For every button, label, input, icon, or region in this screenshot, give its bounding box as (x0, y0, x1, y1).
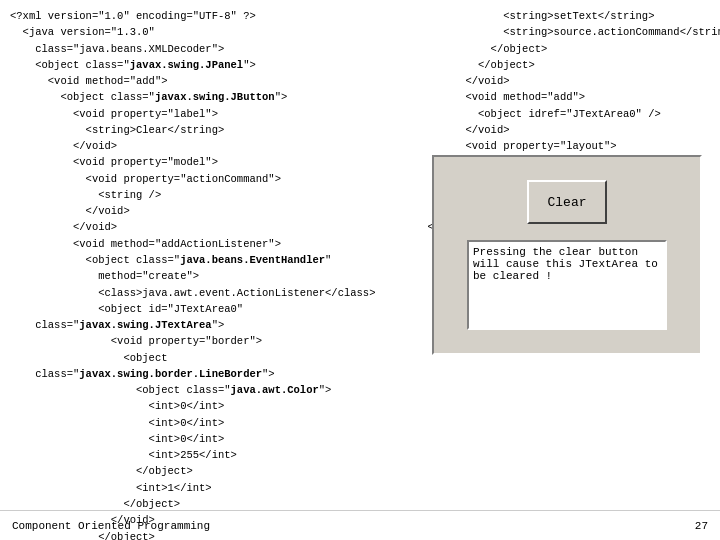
code-line: <string>source.actionCommand</string> (415, 24, 710, 40)
code-line: <void method="add"> (10, 73, 395, 89)
code-line: <object class="javax.swing.JPanel"> (10, 57, 395, 73)
code-line: <void property="layout"> (415, 138, 710, 154)
code-line: </object> (10, 463, 395, 479)
code-line: class="java.beans.XMLDecoder"> (10, 41, 395, 57)
demo-area: Clear Pressing the clear button will cau… (432, 155, 702, 355)
code-line: <void method="add"> (415, 89, 710, 105)
code-line: method="create"> (10, 268, 395, 284)
code-line: <void property="border"> (10, 333, 395, 349)
footer-page-number: 27 (695, 520, 708, 532)
footer: Component Oriented Programming 27 (0, 510, 720, 540)
code-line: </void> (10, 203, 395, 219)
code-line: <object idref="JTextArea0" /> (415, 106, 710, 122)
code-line: <int>0</int> (10, 398, 395, 414)
code-line: <object (10, 350, 395, 366)
code-line: </void> (415, 122, 710, 138)
code-line: class="javax.swing.border.LineBorder"> (10, 366, 395, 382)
code-line: <object class="javax.swing.JButton"> (10, 89, 395, 105)
code-line: <object class="java.beans.EventHandler" (10, 252, 395, 268)
code-line: <java version="1.3.0" (10, 24, 395, 40)
code-line: <void property="label"> (10, 106, 395, 122)
code-line: </void> (10, 138, 395, 154)
code-line: <object id="JTextArea0" (10, 301, 395, 317)
code-line: </object> (415, 57, 710, 73)
code-line: </void> (10, 219, 395, 235)
code-line: <string>setText</string> (415, 8, 710, 24)
code-line: <void property="model"> (10, 154, 395, 170)
code-line: <?xml version="1.0" encoding="UTF-8" ?> (10, 8, 395, 24)
code-line: <string>Clear</string> (10, 122, 395, 138)
left-code-panel: <?xml version="1.0" encoding="UTF-8" ?> … (0, 0, 405, 510)
code-line: <int>1</int> (10, 480, 395, 496)
code-line: <int>0</int> (10, 415, 395, 431)
code-line: <string /> (10, 187, 395, 203)
code-line: class="javax.swing.JTextArea"> (10, 317, 395, 333)
code-line: <void method="addActionListener"> (10, 236, 395, 252)
code-line: <int>255</int> (10, 447, 395, 463)
demo-textarea[interactable]: Pressing the clear button will cause thi… (467, 240, 667, 330)
code-line: <void property="actionCommand"> (10, 171, 395, 187)
footer-left-text: Component Oriented Programming (12, 520, 210, 532)
code-line: <object class="java.awt.Color"> (10, 382, 395, 398)
code-line: <class>java.awt.event.ActionListener</cl… (10, 285, 395, 301)
clear-button[interactable]: Clear (527, 180, 607, 224)
code-line: </void> (415, 73, 710, 89)
code-line: <int>0</int> (10, 431, 395, 447)
code-line: </object> (415, 41, 710, 57)
